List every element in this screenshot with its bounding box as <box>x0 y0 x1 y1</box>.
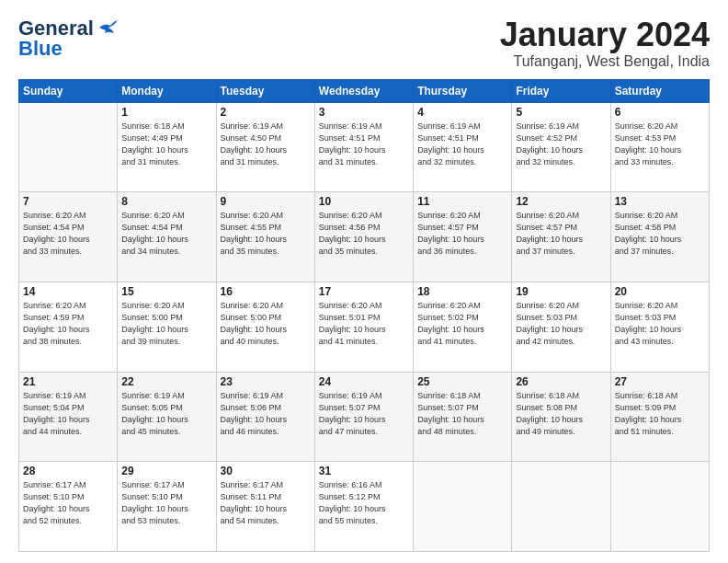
calendar-cell: 7Sunrise: 6:20 AM Sunset: 4:54 PM Daylig… <box>19 192 118 282</box>
day-info: Sunrise: 6:20 AM Sunset: 4:59 PM Dayligh… <box>23 300 113 348</box>
calendar-cell: 4Sunrise: 6:19 AM Sunset: 4:51 PM Daylig… <box>414 102 512 192</box>
calendar-cell: 21Sunrise: 6:19 AM Sunset: 5:04 PM Dayli… <box>19 372 118 462</box>
day-number: 27 <box>615 375 705 388</box>
weekday-header-saturday: Saturday <box>610 79 709 102</box>
day-number: 25 <box>417 375 507 388</box>
calendar-title: January 2024 <box>500 17 710 53</box>
calendar-cell: 19Sunrise: 6:20 AM Sunset: 5:03 PM Dayli… <box>512 282 610 372</box>
day-info: Sunrise: 6:19 AM Sunset: 5:05 PM Dayligh… <box>121 390 211 438</box>
day-info: Sunrise: 6:18 AM Sunset: 5:07 PM Dayligh… <box>417 390 507 438</box>
calendar-location: Tufanganj, West Bengal, India <box>500 53 710 70</box>
calendar-cell: 2Sunrise: 6:19 AM Sunset: 4:50 PM Daylig… <box>216 102 314 192</box>
day-info: Sunrise: 6:17 AM Sunset: 5:10 PM Dayligh… <box>121 479 211 527</box>
calendar-cell: 10Sunrise: 6:20 AM Sunset: 4:56 PM Dayli… <box>314 192 413 282</box>
day-info: Sunrise: 6:20 AM Sunset: 4:55 PM Dayligh… <box>221 210 311 258</box>
calendar-cell <box>512 462 610 552</box>
calendar-week-row: 21Sunrise: 6:19 AM Sunset: 5:04 PM Dayli… <box>19 372 710 462</box>
calendar-cell: 18Sunrise: 6:20 AM Sunset: 5:02 PM Dayli… <box>414 282 512 372</box>
day-number: 3 <box>319 106 409 119</box>
day-number: 10 <box>319 195 409 208</box>
calendar-cell: 22Sunrise: 6:19 AM Sunset: 5:05 PM Dayli… <box>118 372 216 462</box>
day-number: 6 <box>615 106 705 119</box>
calendar-cell: 9Sunrise: 6:20 AM Sunset: 4:55 PM Daylig… <box>216 192 314 282</box>
day-info: Sunrise: 6:19 AM Sunset: 5:04 PM Dayligh… <box>23 390 113 438</box>
day-number: 15 <box>121 285 211 298</box>
day-number: 9 <box>221 195 311 208</box>
day-info: Sunrise: 6:18 AM Sunset: 5:08 PM Dayligh… <box>516 390 606 438</box>
calendar-cell: 14Sunrise: 6:20 AM Sunset: 4:59 PM Dayli… <box>19 282 118 372</box>
day-info: Sunrise: 6:19 AM Sunset: 5:07 PM Dayligh… <box>319 390 409 438</box>
day-number: 5 <box>516 106 606 119</box>
day-number: 1 <box>121 106 211 119</box>
day-info: Sunrise: 6:19 AM Sunset: 4:50 PM Dayligh… <box>221 121 311 168</box>
calendar-cell: 16Sunrise: 6:20 AM Sunset: 5:00 PM Dayli… <box>216 282 314 372</box>
day-number: 7 <box>23 195 113 208</box>
day-info: Sunrise: 6:18 AM Sunset: 5:09 PM Dayligh… <box>615 390 705 438</box>
day-info: Sunrise: 6:19 AM Sunset: 5:06 PM Dayligh… <box>221 390 311 438</box>
day-info: Sunrise: 6:20 AM Sunset: 4:54 PM Dayligh… <box>121 210 211 258</box>
day-info: Sunrise: 6:17 AM Sunset: 5:11 PM Dayligh… <box>221 479 311 527</box>
calendar-cell: 20Sunrise: 6:20 AM Sunset: 5:03 PM Dayli… <box>610 282 709 372</box>
calendar-cell: 1Sunrise: 6:18 AM Sunset: 4:49 PM Daylig… <box>118 102 216 192</box>
day-number: 13 <box>615 195 705 208</box>
calendar-header-row: SundayMondayTuesdayWednesdayThursdayFrid… <box>19 79 710 102</box>
calendar-cell: 15Sunrise: 6:20 AM Sunset: 5:00 PM Dayli… <box>118 282 216 372</box>
calendar-cell: 6Sunrise: 6:20 AM Sunset: 4:53 PM Daylig… <box>610 102 709 192</box>
calendar-week-row: 14Sunrise: 6:20 AM Sunset: 4:59 PM Dayli… <box>19 282 710 372</box>
day-number: 18 <box>417 285 507 298</box>
calendar-cell: 5Sunrise: 6:19 AM Sunset: 4:52 PM Daylig… <box>512 102 610 192</box>
day-number: 30 <box>221 465 311 477</box>
weekday-header-wednesday: Wednesday <box>314 79 413 102</box>
day-info: Sunrise: 6:20 AM Sunset: 5:00 PM Dayligh… <box>121 300 211 348</box>
header: General Blue January 2024 Tufanganj, Wes… <box>18 17 710 70</box>
day-info: Sunrise: 6:20 AM Sunset: 5:01 PM Dayligh… <box>319 300 409 348</box>
calendar-cell: 11Sunrise: 6:20 AM Sunset: 4:57 PM Dayli… <box>414 192 512 282</box>
day-number: 22 <box>121 375 211 388</box>
day-number: 29 <box>121 465 211 477</box>
calendar-cell: 26Sunrise: 6:18 AM Sunset: 5:08 PM Dayli… <box>512 372 610 462</box>
calendar-table: SundayMondayTuesdayWednesdayThursdayFrid… <box>18 79 710 552</box>
day-info: Sunrise: 6:20 AM Sunset: 5:03 PM Dayligh… <box>516 300 606 348</box>
calendar-cell: 3Sunrise: 6:19 AM Sunset: 4:51 PM Daylig… <box>314 102 413 192</box>
title-block: January 2024 Tufanganj, West Bengal, Ind… <box>500 17 710 70</box>
calendar-cell: 24Sunrise: 6:19 AM Sunset: 5:07 PM Dayli… <box>314 372 413 462</box>
calendar-cell: 31Sunrise: 6:16 AM Sunset: 5:12 PM Dayli… <box>314 462 413 552</box>
calendar-cell: 17Sunrise: 6:20 AM Sunset: 5:01 PM Dayli… <box>314 282 413 372</box>
calendar-cell: 29Sunrise: 6:17 AM Sunset: 5:10 PM Dayli… <box>118 462 216 552</box>
calendar-cell: 25Sunrise: 6:18 AM Sunset: 5:07 PM Dayli… <box>414 372 512 462</box>
calendar-week-row: 28Sunrise: 6:17 AM Sunset: 5:10 PM Dayli… <box>19 462 710 552</box>
logo-bird-icon <box>97 20 118 37</box>
page: General Blue January 2024 Tufanganj, Wes… <box>0 0 728 563</box>
calendar-cell <box>610 462 709 552</box>
calendar-week-row: 1Sunrise: 6:18 AM Sunset: 4:49 PM Daylig… <box>19 102 710 192</box>
day-number: 12 <box>516 195 606 208</box>
day-number: 20 <box>615 285 705 298</box>
day-info: Sunrise: 6:19 AM Sunset: 4:51 PM Dayligh… <box>319 121 409 168</box>
weekday-header-sunday: Sunday <box>19 79 118 102</box>
day-info: Sunrise: 6:20 AM Sunset: 4:57 PM Dayligh… <box>417 210 507 258</box>
day-info: Sunrise: 6:20 AM Sunset: 5:00 PM Dayligh… <box>221 300 311 348</box>
calendar-cell: 8Sunrise: 6:20 AM Sunset: 4:54 PM Daylig… <box>118 192 216 282</box>
day-number: 8 <box>121 195 211 208</box>
day-number: 2 <box>221 106 311 119</box>
day-number: 19 <box>516 285 606 298</box>
day-number: 21 <box>23 375 113 388</box>
calendar-cell: 27Sunrise: 6:18 AM Sunset: 5:09 PM Dayli… <box>610 372 709 462</box>
calendar-cell: 28Sunrise: 6:17 AM Sunset: 5:10 PM Dayli… <box>19 462 118 552</box>
weekday-header-monday: Monday <box>118 79 216 102</box>
day-info: Sunrise: 6:17 AM Sunset: 5:10 PM Dayligh… <box>23 479 113 527</box>
calendar-cell: 12Sunrise: 6:20 AM Sunset: 4:57 PM Dayli… <box>512 192 610 282</box>
logo-general: General <box>18 17 94 40</box>
day-number: 24 <box>319 375 409 388</box>
calendar-cell <box>19 102 118 192</box>
day-number: 23 <box>221 375 311 388</box>
logo: General Blue <box>18 17 118 61</box>
day-info: Sunrise: 6:20 AM Sunset: 4:58 PM Dayligh… <box>615 210 705 258</box>
day-info: Sunrise: 6:20 AM Sunset: 4:57 PM Dayligh… <box>516 210 606 258</box>
day-number: 26 <box>516 375 606 388</box>
day-info: Sunrise: 6:20 AM Sunset: 5:03 PM Dayligh… <box>615 300 705 348</box>
day-info: Sunrise: 6:18 AM Sunset: 4:49 PM Dayligh… <box>121 121 211 168</box>
calendar-cell: 13Sunrise: 6:20 AM Sunset: 4:58 PM Dayli… <box>610 192 709 282</box>
day-number: 4 <box>417 106 507 119</box>
day-number: 14 <box>23 285 113 298</box>
